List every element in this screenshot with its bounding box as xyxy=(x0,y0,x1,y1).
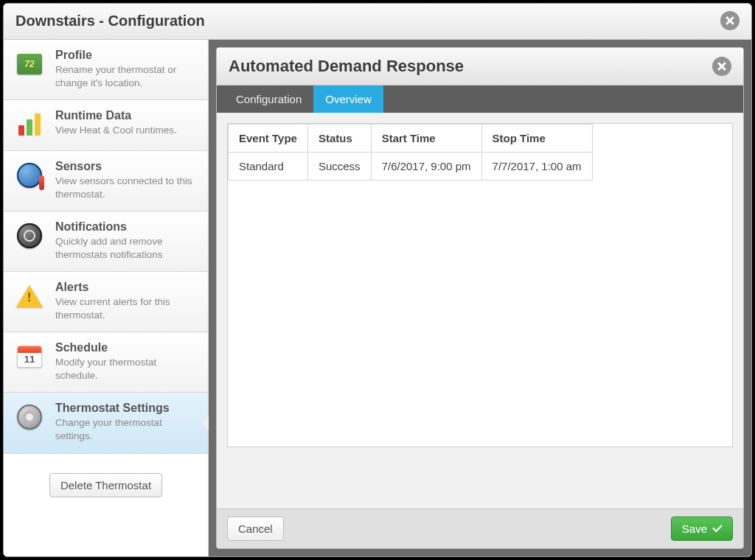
table-header-row: Event Type Status Start Time Stop Time xyxy=(229,125,593,153)
cell-status: Success xyxy=(307,153,371,181)
events-table: Event Type Status Start Time Stop Time S… xyxy=(228,124,593,181)
sidebar-item-desc: View current alerts for this thermostat. xyxy=(55,295,198,321)
adr-panel: Automated Demand Response Configuration … xyxy=(216,47,744,549)
warning-icon xyxy=(14,281,45,312)
sidebar-item-alerts[interactable]: Alerts View current alerts for this ther… xyxy=(4,272,208,332)
save-button-label: Save xyxy=(682,522,707,535)
panel-title: Automated Demand Response xyxy=(229,57,464,76)
main-area: Automated Demand Response Configuration … xyxy=(209,40,751,556)
tab-overview[interactable]: Overview xyxy=(313,85,383,113)
panel-footer: Cancel Save xyxy=(217,508,743,548)
panel-tabs: Configuration Overview xyxy=(217,85,743,113)
events-table-wrap: Event Type Status Start Time Stop Time S… xyxy=(227,123,733,447)
sidebar-item-runtime-data[interactable]: Runtime Data View Heat & Cool runtimes. xyxy=(4,100,208,151)
tab-configuration[interactable]: Configuration xyxy=(224,85,313,113)
sidebar-item-title: Thermostat Settings xyxy=(55,402,198,415)
sidebar-footer: Delete Thermostat xyxy=(4,454,208,512)
sidebar-item-sensors[interactable]: Sensors View sensors connected to this t… xyxy=(4,151,208,211)
cell-stop-time: 7/7/2017, 1:00 am xyxy=(481,153,592,181)
panel-header: Automated Demand Response xyxy=(217,48,743,85)
cell-event-type: Standard xyxy=(229,153,308,181)
gauge-icon xyxy=(14,160,45,191)
config-modal: Downstairs - Configuration Profile Renam… xyxy=(3,3,752,557)
col-start-time: Start Time xyxy=(371,125,481,153)
cell-start-time: 7/6/2017, 9:00 pm xyxy=(371,153,481,181)
sidebar-item-title: Schedule xyxy=(55,341,198,354)
sidebar-item-title: Profile xyxy=(55,49,198,62)
sidebar-item-desc: View sensors connected to this thermosta… xyxy=(55,175,198,200)
panel-body: Event Type Status Start Time Stop Time S… xyxy=(217,113,743,508)
modal-header: Downstairs - Configuration xyxy=(4,4,751,40)
check-icon xyxy=(712,522,722,532)
sidebar-item-desc: Quickly add and remove thermostats notif… xyxy=(55,235,198,261)
close-icon[interactable] xyxy=(720,11,740,30)
sidebar-item-notifications[interactable]: Notifications Quickly add and remove the… xyxy=(4,211,208,272)
cancel-button[interactable]: Cancel xyxy=(227,517,284,541)
bar-chart-icon xyxy=(14,109,45,140)
modal-title: Downstairs - Configuration xyxy=(15,13,205,29)
sidebar-item-desc: View Heat & Cool runtimes. xyxy=(55,124,177,137)
sidebar-item-schedule[interactable]: Schedule Modify your thermostat schedule… xyxy=(4,332,208,393)
sidebar-item-profile[interactable]: Profile Rename your thermostat or change… xyxy=(4,40,208,100)
table-row: Standard Success 7/6/2017, 9:00 pm 7/7/2… xyxy=(229,153,593,181)
save-button[interactable]: Save xyxy=(671,517,733,541)
sidebar-item-title: Notifications xyxy=(55,220,198,234)
col-status: Status xyxy=(307,125,371,153)
modal-body: Profile Rename your thermostat or change… xyxy=(4,40,751,556)
sidebar-item-thermostat-settings[interactable]: Thermostat Settings Change your thermost… xyxy=(4,393,208,453)
sidebar-item-desc: Change your thermostat settings. xyxy=(55,416,198,442)
sidebar-item-title: Runtime Data xyxy=(55,109,177,122)
compass-icon xyxy=(14,220,45,251)
thermostat-icon xyxy=(14,49,45,80)
delete-thermostat-button[interactable]: Delete Thermostat xyxy=(49,473,162,497)
calendar-icon xyxy=(14,341,45,372)
close-icon[interactable] xyxy=(712,57,731,76)
sidebar: Profile Rename your thermostat or change… xyxy=(4,40,209,556)
col-stop-time: Stop Time xyxy=(481,125,592,153)
gear-icon xyxy=(14,402,45,433)
sidebar-item-title: Alerts xyxy=(55,281,198,294)
col-event-type: Event Type xyxy=(229,125,308,153)
sidebar-item-title: Sensors xyxy=(55,160,198,173)
sidebar-item-desc: Modify your thermostat schedule. xyxy=(55,356,198,382)
sidebar-item-desc: Rename your thermostat or change it's lo… xyxy=(55,63,198,89)
